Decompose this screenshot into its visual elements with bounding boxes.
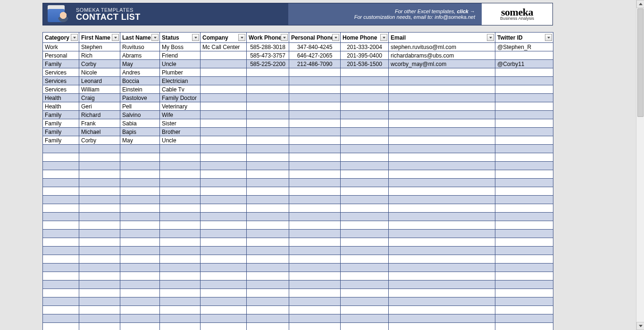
cell-email[interactable] xyxy=(389,230,495,238)
cell-firstName[interactable] xyxy=(79,213,120,221)
cell-category[interactable] xyxy=(43,264,79,272)
cell-company[interactable] xyxy=(201,68,247,77)
cell-homePhone[interactable]: 201-333-2004 xyxy=(341,43,389,51)
cell-category[interactable]: Family xyxy=(43,119,79,128)
table-row[interactable]: ServicesNicoleAndresPlumber xyxy=(43,68,553,77)
cell-personalPhone[interactable] xyxy=(289,264,341,272)
cell-company[interactable] xyxy=(201,170,247,179)
cell-status[interactable] xyxy=(160,230,201,238)
cell-company[interactable] xyxy=(201,221,247,230)
cell-twitter[interactable] xyxy=(495,306,553,314)
templates-link[interactable]: click → xyxy=(457,8,475,14)
cell-lastName[interactable] xyxy=(120,204,160,213)
cell-company[interactable] xyxy=(201,204,247,213)
cell-email[interactable] xyxy=(389,128,495,136)
cell-lastName[interactable]: Abrams xyxy=(120,51,160,60)
cell-firstName[interactable] xyxy=(79,255,120,264)
cell-company[interactable] xyxy=(201,179,247,187)
cell-category[interactable] xyxy=(43,170,79,179)
cell-workPhone[interactable] xyxy=(247,289,289,297)
cell-email[interactable] xyxy=(389,247,495,255)
cell-twitter[interactable] xyxy=(495,111,553,119)
cell-firstName[interactable] xyxy=(79,297,120,306)
cell-category[interactable]: Services xyxy=(43,68,79,77)
cell-company[interactable] xyxy=(201,306,247,314)
cell-homePhone[interactable] xyxy=(341,145,389,153)
cell-homePhone[interactable] xyxy=(341,272,389,280)
cell-personalPhone[interactable] xyxy=(289,187,341,196)
cell-status[interactable] xyxy=(160,255,201,264)
cell-firstName[interactable]: Nicole xyxy=(79,68,120,77)
filter-dropdown-icon[interactable] xyxy=(545,34,552,41)
cell-category[interactable] xyxy=(43,187,79,196)
cell-twitter[interactable] xyxy=(495,145,553,153)
cell-personalPhone[interactable] xyxy=(289,162,341,170)
cell-twitter[interactable] xyxy=(495,264,553,272)
cell-company[interactable] xyxy=(201,128,247,136)
cell-status[interactable] xyxy=(160,204,201,213)
cell-status[interactable] xyxy=(160,306,201,314)
table-row[interactable] xyxy=(43,204,553,213)
cell-company[interactable] xyxy=(201,314,247,323)
cell-lastName[interactable]: Boccia xyxy=(120,77,160,85)
cell-company[interactable] xyxy=(201,187,247,196)
cell-company[interactable] xyxy=(201,297,247,306)
cell-twitter[interactable] xyxy=(495,136,553,145)
cell-personalPhone[interactable] xyxy=(289,145,341,153)
cell-lastName[interactable]: May xyxy=(120,60,160,68)
cell-personalPhone[interactable] xyxy=(289,238,341,247)
table-row[interactable] xyxy=(43,323,553,330)
table-row[interactable]: WorkStephenRuvitusoMy BossMc Call Center… xyxy=(43,43,553,51)
cell-personalPhone[interactable] xyxy=(289,289,341,297)
cell-status[interactable] xyxy=(160,247,201,255)
cell-category[interactable] xyxy=(43,230,79,238)
cell-category[interactable] xyxy=(43,280,79,289)
cell-twitter[interactable] xyxy=(495,297,553,306)
cell-lastName[interactable]: Pastolove xyxy=(120,94,160,102)
cell-homePhone[interactable] xyxy=(341,153,389,162)
cell-twitter[interactable] xyxy=(495,170,553,179)
scroll-down-button[interactable] xyxy=(636,322,644,330)
cell-category[interactable] xyxy=(43,145,79,153)
cell-firstName[interactable]: Stephen xyxy=(79,43,120,51)
cell-workPhone[interactable] xyxy=(247,77,289,85)
cell-category[interactable]: Work xyxy=(43,43,79,51)
table-row[interactable] xyxy=(43,179,553,187)
cell-email[interactable] xyxy=(389,280,495,289)
cell-firstName[interactable] xyxy=(79,145,120,153)
cell-status[interactable] xyxy=(160,297,201,306)
cell-email[interactable] xyxy=(389,323,495,330)
cell-personalPhone[interactable] xyxy=(289,196,341,204)
table-row[interactable]: ServicesWilliamEinsteinCable Tv xyxy=(43,85,553,94)
cell-firstName[interactable] xyxy=(79,314,120,323)
cell-category[interactable] xyxy=(43,153,79,162)
cell-company[interactable] xyxy=(201,230,247,238)
cell-homePhone[interactable] xyxy=(341,204,389,213)
cell-category[interactable]: Family xyxy=(43,111,79,119)
someka-logo[interactable]: someka Business Analysis xyxy=(482,3,552,25)
cell-email[interactable] xyxy=(389,119,495,128)
cell-category[interactable] xyxy=(43,272,79,280)
cell-firstName[interactable] xyxy=(79,280,120,289)
cell-firstName[interactable]: Michael xyxy=(79,128,120,136)
cell-email[interactable] xyxy=(389,111,495,119)
cell-homePhone[interactable] xyxy=(341,170,389,179)
table-row[interactable] xyxy=(43,213,553,221)
cell-workPhone[interactable]: 585-225-2200 xyxy=(247,60,289,68)
cell-status[interactable]: Family Doctor xyxy=(160,94,201,102)
cell-category[interactable]: Services xyxy=(43,85,79,94)
cell-category[interactable]: Health xyxy=(43,102,79,111)
cell-company[interactable] xyxy=(201,255,247,264)
cell-status[interactable] xyxy=(160,289,201,297)
cell-workPhone[interactable] xyxy=(247,264,289,272)
cell-lastName[interactable] xyxy=(120,196,160,204)
cell-company[interactable] xyxy=(201,102,247,111)
cell-homePhone[interactable] xyxy=(341,187,389,196)
cell-homePhone[interactable] xyxy=(341,68,389,77)
cell-status[interactable] xyxy=(160,179,201,187)
cell-category[interactable]: Personal xyxy=(43,51,79,60)
cell-workPhone[interactable] xyxy=(247,247,289,255)
cell-email[interactable] xyxy=(389,196,495,204)
cell-lastName[interactable]: Einstein xyxy=(120,85,160,94)
cell-lastName[interactable] xyxy=(120,153,160,162)
